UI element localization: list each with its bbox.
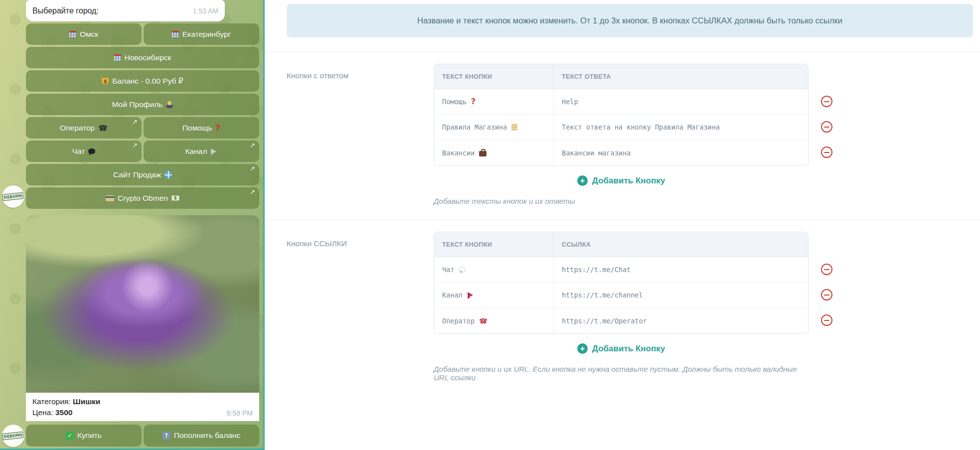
link-buttons-table: ТЕКСТ КНОПКИ ССЫЛКА Чат https://t.me/Cha…: [434, 232, 809, 334]
add-reply-button[interactable]: + Добавить Кнопку: [577, 175, 665, 186]
keyboard-button-channel[interactable]: Канал ↗: [144, 141, 259, 162]
external-link-arrow-icon: ↗: [250, 142, 255, 149]
product-category-label: Категория:: [32, 397, 71, 406]
table-row: Помощь Help: [434, 89, 808, 115]
add-link-button[interactable]: + Добавить Кнопку: [577, 343, 665, 354]
button-text-cell[interactable]: Вакансии: [434, 140, 554, 165]
keyboard-button-label: Новосибирск: [125, 53, 171, 62]
remove-row-button[interactable]: [821, 121, 832, 133]
answer-text-value: Текст ответа на кнопку Правила Магазина: [562, 123, 720, 131]
link-url-cell[interactable]: https://t.me/Chat: [554, 257, 808, 282]
telegram-chat-preview: Выберайте город: 1:53 AM Омск Екатеринбу…: [0, 0, 265, 450]
section-hint: Добавьте тексты кнопок и их ответы: [434, 197, 809, 205]
keyboard-button-label: Мой Профиль: [112, 100, 163, 109]
keyboard-row: Новосибирск: [26, 47, 259, 68]
answer-text-cell[interactable]: Текст ответа на кнопку Правила Магазина: [554, 115, 808, 140]
info-banner: Название и текст кнопок можно изменить. …: [287, 4, 973, 37]
keyboard-button-crypto-obmen[interactable]: Crypto Obmen ↗: [26, 187, 259, 209]
buy-button[interactable]: Купить: [26, 425, 142, 447]
plus-icon: +: [577, 175, 588, 186]
keyboard-button-label: Сайт Продаж: [113, 170, 161, 179]
keyboard-row: Сайт Продаж ↗: [26, 164, 259, 185]
bot-message-text: Выберайте город:: [32, 6, 99, 15]
table-row: Оператор https://t.me/Operator: [434, 308, 808, 333]
add-button-label: Добавить Кнопку: [592, 176, 665, 186]
globe-icon: [164, 171, 172, 178]
keyboard-button-label: Оператор: [60, 124, 95, 133]
remove-row-button[interactable]: [821, 264, 832, 275]
link-url-value: https://t.me/channel: [562, 291, 643, 299]
button-text-cell[interactable]: Канал: [434, 283, 554, 307]
external-link-arrow-icon: ↗: [250, 165, 255, 172]
bot-keyboard: Омск Екатеринбург Новосибирск Баланс - 0…: [26, 23, 259, 209]
keyboard-button-omsk[interactable]: Омск: [26, 23, 142, 45]
money-wings-icon: [171, 195, 179, 201]
arrow-up-icon: [163, 432, 170, 440]
external-link-arrow-icon: ↗: [132, 118, 138, 126]
link-url-value: https://t.me/Operator: [562, 317, 647, 325]
remove-row-button[interactable]: [821, 147, 832, 158]
button-text-cell[interactable]: Чат: [434, 257, 554, 282]
megaphone-red-icon: [467, 292, 474, 298]
button-text-cell[interactable]: Помощь: [434, 89, 554, 114]
link-url-cell[interactable]: https://t.me/channel: [554, 283, 808, 307]
keyboard-row: Баланс - 0.00 Руб ₽: [26, 70, 259, 92]
keyboard-button-label: Чат: [72, 147, 85, 156]
plus-icon: +: [577, 343, 588, 354]
megaphone-icon: [210, 149, 217, 154]
product-info: Категория: Шишки Цена: 3500 6:58 PM: [26, 393, 259, 421]
remove-row-button[interactable]: [821, 289, 832, 300]
keyboard-button-operator[interactable]: Оператор ↗: [26, 117, 142, 139]
scroll-icon: [511, 124, 517, 131]
info-banner-text: Название и текст кнопок можно изменить. …: [417, 16, 842, 25]
question-icon: [216, 124, 220, 133]
column-header-button-text: ТЕКСТ КНОПКИ: [434, 64, 554, 89]
keyboard-button-help[interactable]: Помощь: [144, 117, 259, 139]
button-text-cell[interactable]: Правила Магазина: [434, 115, 554, 140]
credit-card-icon: [106, 195, 114, 201]
keyboard-button-sales-site[interactable]: Сайт Продаж ↗: [26, 164, 259, 185]
answer-text-cell[interactable]: Вакансии магазина: [554, 140, 808, 165]
keyboard-button-my-profile[interactable]: Мой Профиль: [26, 94, 259, 115]
bot-message-time: 1:53 AM: [193, 7, 218, 15]
button-text-value: Оператор: [442, 317, 475, 325]
button-text-value: Помощь: [442, 98, 467, 106]
section-title: Кнопки с ответом: [287, 64, 434, 80]
product-price-line: Цена: 3500: [32, 407, 253, 418]
buy-button-label: Купить: [77, 431, 102, 440]
table-header-row: ТЕКСТ КНОПКИ ТЕКСТ ОТВЕТА: [434, 64, 808, 89]
answer-text-value: Help: [562, 98, 578, 106]
link-url-value: https://t.me/Chat: [562, 266, 631, 274]
keyboard-button-chat[interactable]: Чат ↗: [26, 141, 142, 162]
row-delete-column: [821, 232, 832, 333]
product-price-value: 3500: [55, 408, 72, 417]
product-category-value: Шишки: [73, 397, 100, 406]
keyboard-button-balance[interactable]: Баланс - 0.00 Руб ₽: [26, 70, 259, 92]
question-icon: [471, 97, 476, 106]
row-delete-column: [821, 64, 832, 165]
column-header-answer-text: ТЕКСТ ОТВЕТА: [554, 64, 808, 89]
button-text-value: Чат: [442, 266, 454, 274]
product-action-row: Купить Пополнить баланс: [26, 425, 259, 447]
building-icon: [114, 54, 121, 61]
answer-text-cell[interactable]: Help: [554, 89, 808, 114]
bot-avatar: REBORN: [2, 185, 24, 208]
link-url-cell[interactable]: https://t.me/Operator: [554, 308, 808, 333]
table-row: Вакансии Вакансии магазина: [434, 140, 808, 165]
remove-row-button[interactable]: [821, 96, 832, 107]
table-row: Правила Магазина Текст ответа на кнопку …: [434, 115, 808, 140]
phone-icon: [98, 124, 108, 133]
keyboard-row: Омск Екатеринбург: [26, 23, 259, 45]
keyboard-button-label: Омск: [80, 30, 98, 39]
top-up-balance-label: Пополнить баланс: [174, 431, 240, 440]
add-button-row: + Добавить Кнопку: [434, 175, 809, 186]
button-text-cell[interactable]: Оператор: [434, 308, 554, 333]
keyboard-button-novosibirsk[interactable]: Новосибирск: [26, 47, 259, 68]
section-title: Кнопки ССЫЛКИ: [287, 232, 434, 248]
reply-buttons-table: ТЕКСТ КНОПКИ ТЕКСТ ОТВЕТА Помощь Help Пр…: [434, 64, 809, 166]
remove-row-button[interactable]: [821, 314, 832, 326]
bot-avatar-logo: REBORN: [2, 432, 24, 440]
top-up-balance-button[interactable]: Пополнить баланс: [144, 425, 259, 447]
keyboard-button-ekaterinburg[interactable]: Екатеринбург: [144, 23, 259, 45]
briefcase-icon: [479, 151, 487, 156]
